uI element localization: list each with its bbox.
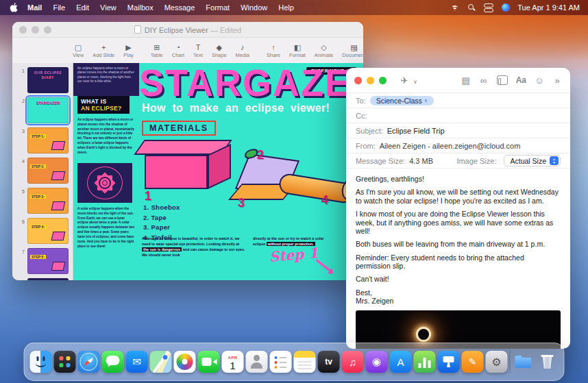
dock-icon-mail[interactable]: ✉	[126, 351, 148, 373]
dock-icon-numbers[interactable]	[414, 351, 436, 373]
dock-icon-notes[interactable]	[294, 351, 316, 373]
minimize-button[interactable]	[367, 77, 374, 84]
menu-item[interactable]: View	[95, 0, 122, 15]
menu-item[interactable]: Help	[273, 0, 299, 15]
close-button[interactable]	[19, 26, 27, 34]
keynote-toolbar-button[interactable]: ⊞ Table	[151, 43, 163, 58]
slide-thumbnail[interactable]: 8	[14, 278, 73, 280]
dock-icon-keynote[interactable]	[438, 351, 460, 373]
mail-toolbar-icon-format-fonts[interactable]: Aa	[516, 75, 526, 85]
mail-toolbar-icon-emoji[interactable]: ☺	[535, 75, 544, 86]
subject-field[interactable]: Subject: Eclipse Field Trip	[346, 123, 570, 138]
dock-icon-podcasts[interactable]: ◉	[366, 351, 388, 373]
dock-icon-app-store[interactable]: A	[390, 351, 412, 373]
eclipse-paragraph-2: A solar eclipse happens when the moon bl…	[77, 207, 135, 249]
dock-icon-safari[interactable]	[78, 351, 100, 373]
dock-icon-calendar[interactable]: APR 1	[222, 351, 244, 373]
keynote-toolbar-button[interactable]: ◇ Animate	[315, 43, 334, 58]
status-icon-siri[interactable]	[502, 3, 510, 12]
menu-item[interactable]: Format	[200, 0, 235, 15]
keynote-toolbar-button[interactable]: + Add Slide	[93, 43, 114, 58]
image-size-select[interactable]: Actual Size	[504, 155, 561, 166]
mail-toolbar-icon-attachment[interactable]	[497, 75, 508, 85]
apple-menu-icon[interactable]	[10, 3, 18, 12]
dock-icon-downloads[interactable]	[513, 351, 535, 373]
slide-intro-text: An eclipse happens when a moon or planet…	[73, 63, 139, 96]
dock-icon-music[interactable]: ♫	[342, 351, 364, 373]
dock-icon-pages[interactable]: ✎	[462, 351, 484, 373]
slide-thumbnail-text: STARGAZER	[28, 98, 68, 105]
dock-icon-messages[interactable]	[102, 351, 124, 373]
dock-icon-contacts[interactable]	[246, 351, 268, 373]
keynote-toolbar-button[interactable]: ↑ Share	[267, 43, 280, 58]
mail-toolbar-icon-send[interactable]: ✈	[400, 75, 409, 86]
status-icon-search[interactable]	[467, 3, 476, 12]
dock-icon-maps[interactable]	[150, 351, 172, 373]
status-icon-wifi[interactable]	[450, 5, 459, 11]
minimize-button[interactable]	[32, 26, 39, 34]
email-body-paragraph: Greetings, earthlings!	[356, 175, 561, 183]
mail-titlebar[interactable]: ✈∨ ▤∞Aa☺»	[346, 68, 570, 93]
slide-canvas[interactable]: An eclipse happens when a moon or planet…	[73, 63, 363, 280]
dock-icon-launchpad[interactable]	[54, 351, 76, 373]
toolbar-overflow-icon[interactable]: »	[353, 45, 358, 54]
slide-thumbnail[interactable]: 6 STEP 4:	[14, 218, 73, 244]
toolbar-button-icon: ◆	[216, 43, 221, 51]
mail-toolbar-icon-more[interactable]: »	[552, 75, 562, 86]
mail-toolbar-icon-header-fields[interactable]: ▤	[461, 75, 471, 86]
keynote-toolbar-button[interactable]: ◆ Shape	[212, 43, 227, 58]
menu-bar: Mail FileEditViewMailboxMessageFormatWin…	[0, 0, 588, 15]
material-item: 1. Shoebox	[143, 203, 180, 213]
slide-thumbnail[interactable]: 2 STARGAZER	[14, 97, 73, 123]
dock-icon-photos[interactable]	[174, 351, 196, 373]
keynote-toolbar-button[interactable]: T Text	[193, 43, 203, 58]
what-is-line1: WHAT IS	[81, 98, 126, 105]
email-body[interactable]: Greetings, earthlings!As I'm sure you al…	[346, 169, 570, 306]
illustration-number: 3	[238, 196, 245, 210]
mail-toolbar-icon-link[interactable]: ∞	[479, 75, 489, 86]
toolbar-button-icon: ◇	[321, 43, 326, 51]
slide-thumbnail[interactable]: 4 STEP 2:	[14, 158, 73, 184]
slide-number: 1	[14, 67, 27, 93]
slide-thumbnail[interactable]: 7 STEP 5:	[14, 248, 73, 274]
recipient-token[interactable]: Science-Class	[370, 96, 434, 106]
keynote-toolbar-button[interactable]: ◧ Format	[289, 43, 306, 58]
keynote-toolbar-button[interactable]: ◔ Chart	[172, 43, 184, 58]
dock-icon-finder[interactable]	[30, 351, 52, 373]
menu-item[interactable]: Window	[235, 0, 273, 15]
from-field[interactable]: From: Aileen Zeigen - aileen.zeigen@iclo…	[346, 138, 570, 153]
menu-item[interactable]: Edit	[71, 0, 95, 15]
dock-icon-tv[interactable]: tv	[318, 351, 340, 373]
menu-bar-clock[interactable]: Tue Apr 1 9:41 AM	[517, 3, 580, 12]
keynote-toolbar-button[interactable]: ▢ View	[73, 43, 84, 58]
menu-app-name[interactable]: Mail	[22, 0, 47, 15]
dock-icon-reminders[interactable]	[270, 351, 292, 373]
zoom-button[interactable]	[44, 26, 51, 34]
menu-item[interactable]: Message	[159, 0, 201, 15]
dock-icon-facetime[interactable]	[198, 351, 220, 373]
cc-field[interactable]: Cc:	[346, 108, 570, 123]
slide-thumbnail[interactable]: 5 STEP 3:	[14, 188, 73, 214]
slide-thumbnail[interactable]: 1 OUR ECLIPSE DIARY	[14, 67, 73, 93]
caution-text-right: directly at the sun or try to watch a so…	[253, 236, 335, 247]
status-icon-control-center[interactable]	[484, 3, 493, 12]
menu-item[interactable]: Mailbox	[122, 0, 159, 15]
keynote-toolbar-button[interactable]: ▶ Play	[123, 43, 134, 58]
toolbar-button-label: Animate	[315, 52, 334, 58]
to-field[interactable]: To: Science-Class	[346, 93, 570, 108]
message-size-label: Message Size:	[356, 157, 405, 165]
dock-icon-glyph: A	[397, 356, 404, 368]
zoom-button[interactable]	[379, 77, 387, 84]
mail-toolbar-icon-send-option-chevron[interactable]: ∨	[411, 79, 420, 85]
keynote-toolbar-button[interactable]: ♪ Media	[236, 43, 249, 58]
menu-item[interactable]: File	[47, 0, 71, 15]
cc-label: Cc:	[356, 112, 367, 120]
dock-icon-settings[interactable]: ⚙	[486, 351, 508, 373]
toolbar-button-label: Table	[151, 52, 163, 58]
toolbar-button-label: Shape	[212, 52, 227, 58]
close-button[interactable]	[354, 77, 362, 84]
dock-icon-trash[interactable]	[537, 351, 559, 373]
slide-thumbnail[interactable]: 3 STEP 1:	[14, 127, 73, 153]
keynote-titlebar[interactable]: DIY Eclipse Viewer — Edited	[12, 22, 363, 38]
dock-icon-glyph: ◉	[372, 356, 381, 368]
